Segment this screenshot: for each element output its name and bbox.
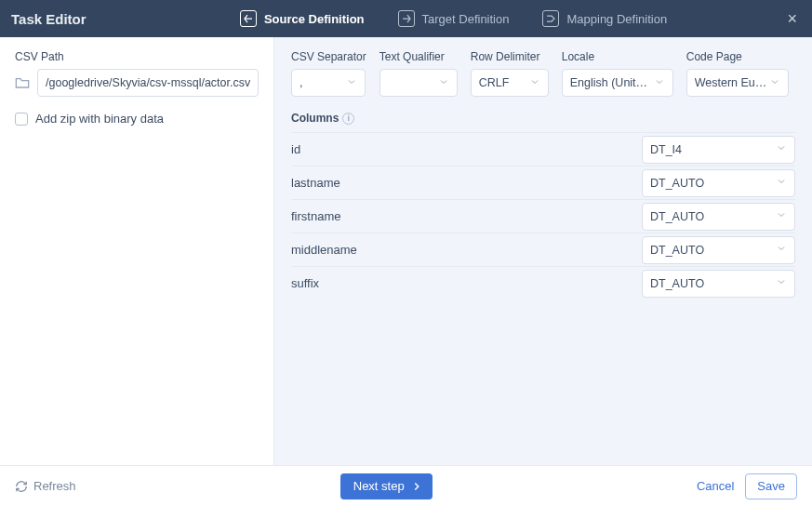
next-step-button[interactable]: Next step [340,473,433,499]
tab-source-definition[interactable]: Source Definition [223,0,381,37]
column-type-select[interactable]: DT_AUTO [642,203,795,231]
locale-select[interactable]: English (United St… [562,69,673,97]
column-type-value: DT_AUTO [650,177,704,190]
chevron-right-icon [410,480,423,493]
column-row: middlenameDT_AUTO [291,233,795,266]
close-icon[interactable]: × [783,6,801,33]
addzip-checkbox[interactable] [15,113,28,126]
param-row-delimiter: Row Delimiter CRLF [471,50,549,97]
csv-path-row [15,69,259,97]
page-title: Task Editor [11,11,87,27]
addzip-row[interactable]: Add zip with binary data [15,112,259,126]
csv-separator-value: , [300,76,302,89]
locale-value: English (United St… [570,76,654,89]
chevron-down-icon [776,209,787,223]
column-name: suffix [291,276,319,290]
csv-path-label: CSV Path [15,50,259,63]
cancel-button[interactable]: Cancel [697,479,734,493]
refresh-label: Refresh [33,479,76,493]
chevron-down-icon [776,243,787,257]
column-type-value: DT_AUTO [650,244,704,257]
refresh-button[interactable]: Refresh [15,479,76,493]
header-tabs: Source Definition Target Definition Mapp… [124,0,784,37]
content-panel: CSV Separator , Text Qualifier Row Delim… [274,37,812,465]
params-row: CSV Separator , Text Qualifier Row Delim… [291,50,795,97]
save-button[interactable]: Save [745,473,797,499]
csv-path-input[interactable] [37,69,259,97]
csv-separator-label: CSV Separator [291,50,366,63]
chevron-down-icon [529,76,540,90]
next-step-label: Next step [353,479,405,493]
column-row: lastnameDT_AUTO [291,166,795,199]
tab-mapping-definition[interactable]: Mapping Definition [526,0,684,37]
code-page-label: Code Page [686,50,789,63]
chevron-down-icon [438,76,449,90]
row-delimiter-label: Row Delimiter [471,50,549,63]
chevron-down-icon [776,276,787,290]
footer-bar: Refresh Next step Cancel Save [0,465,812,506]
code-page-value: Western Europea… [695,76,769,89]
text-qualifier-select[interactable] [379,69,458,97]
row-delimiter-value: CRLF [479,76,510,89]
param-code-page: Code Page Western Europea… [686,50,789,97]
column-type-value: DT_AUTO [650,277,704,290]
source-definition-icon [240,10,257,27]
folder-icon [15,76,30,89]
tab-label: Mapping Definition [566,12,667,26]
chevron-down-icon [654,76,665,90]
target-definition-icon [398,10,415,27]
footer-right: Cancel Save [697,473,797,499]
param-text-qualifier: Text Qualifier [379,50,458,97]
chevron-down-icon [769,76,780,90]
column-name: lastname [291,176,340,190]
sidebar: CSV Path Add zip with binary data [0,37,274,465]
refresh-icon [15,480,28,493]
code-page-select[interactable]: Western Europea… [686,69,789,97]
columns-label: Columns [291,112,339,125]
column-type-value: DT_I4 [650,143,682,156]
columns-heading: Columns i [291,112,795,125]
chevron-down-icon [346,76,357,90]
locale-label: Locale [562,50,673,63]
column-type-select[interactable]: DT_AUTO [642,169,795,197]
column-name: firstname [291,209,340,223]
csv-separator-select[interactable]: , [291,69,366,97]
main-area: CSV Path Add zip with binary data CSV Se… [0,37,812,465]
column-type-value: DT_AUTO [650,210,704,223]
column-name: id [291,142,300,156]
columns-list: idDT_I4lastnameDT_AUTOfirstnameDT_AUTOmi… [291,132,795,300]
column-type-select[interactable]: DT_I4 [642,136,795,164]
param-locale: Locale English (United St… [562,50,673,97]
tab-label: Source Definition [264,12,365,26]
info-icon[interactable]: i [342,113,354,125]
footer-center: Next step [76,473,697,499]
chevron-down-icon [776,142,787,156]
param-csv-separator: CSV Separator , [291,50,366,97]
tab-target-definition[interactable]: Target Definition [381,0,526,37]
text-qualifier-label: Text Qualifier [379,50,458,63]
tab-label: Target Definition [422,12,510,26]
column-type-select[interactable]: DT_AUTO [642,236,795,264]
addzip-label: Add zip with binary data [35,112,164,126]
column-row: firstnameDT_AUTO [291,199,795,233]
mapping-definition-icon [542,10,559,27]
row-delimiter-select[interactable]: CRLF [471,69,549,97]
header-bar: Task Editor Source Definition Target Def… [0,0,812,37]
column-name: middlename [291,243,357,257]
column-row: suffixDT_AUTO [291,266,795,300]
column-row: idDT_I4 [291,132,795,166]
column-type-select[interactable]: DT_AUTO [642,270,795,298]
chevron-down-icon [776,176,787,190]
